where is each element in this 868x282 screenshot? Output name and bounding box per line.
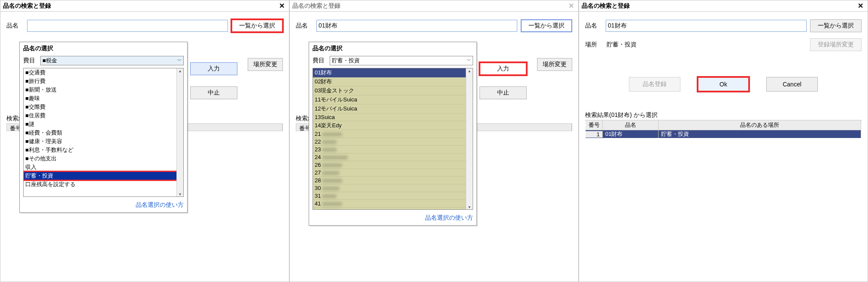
himoku-combo[interactable]: 貯蓄・投資 ﹀: [330, 56, 473, 65]
titlebar: 品名の検索と登録 ✕: [290, 0, 578, 12]
list-item[interactable]: 31 xxxxx: [313, 192, 473, 200]
input-button[interactable]: 入力: [480, 62, 527, 75]
select-name-popup: 品名の選択 費目 貯蓄・投資 ﹀ 01財布 02財布 03現金ストック 11モバ…: [309, 42, 477, 226]
popup-title: 品名の選択: [309, 42, 476, 56]
col-loc[interactable]: 品名のある場所: [659, 120, 861, 130]
label-hinmei: 品名: [585, 22, 602, 30]
himoku-listbox[interactable]: 01財布 02財布 03現金ストック 11モバイルSuica 12モバイルSui…: [313, 68, 473, 210]
cancel-button[interactable]: Cancel: [766, 77, 818, 92]
list-item[interactable]: ■新聞・放送: [24, 86, 183, 94]
ok-button[interactable]: Ok: [698, 77, 749, 92]
himoku-combo-value: 貯蓄・投資: [332, 57, 360, 64]
window-title: 品名の検索と登録: [292, 2, 340, 10]
titlebar: 品名の検索と登録 ✕: [0, 0, 289, 12]
list-item[interactable]: ■その他支出: [24, 154, 183, 163]
list-item[interactable]: 12モバイルSuica: [313, 104, 473, 113]
col-name[interactable]: 品名: [603, 120, 659, 130]
help-link[interactable]: 品名選択の使い方: [136, 201, 184, 208]
list-item[interactable]: 21 xxxxxxx: [313, 130, 473, 138]
himoku-listbox[interactable]: ■交通費 ■旅行費 ■新聞・放送 ■趣味 ■交際費 ■住居費 ■謎 ■経費・会費…: [23, 68, 184, 197]
cell-no: 1: [586, 131, 603, 138]
cancel-button[interactable]: 中止: [190, 86, 237, 99]
select-name-popup: 品名の選択 費目 ■税金 ﹀ ■交通費 ■旅行費 ■新聞・放送 ■趣味 ■交際費…: [19, 42, 188, 213]
scrollbar[interactable]: ▴▾: [176, 68, 183, 196]
list-item[interactable]: 30 xxxxxx: [313, 184, 473, 192]
close-icon[interactable]: ✕: [567, 3, 576, 9]
help-link[interactable]: 品名選択の使い方: [425, 214, 473, 221]
chevron-down-icon: ﹀: [177, 58, 182, 64]
list-item[interactable]: ■謎: [24, 120, 183, 129]
cell-name: 01財布: [603, 130, 659, 138]
panel-step3: 品名の検索と登録 ✕ 品名 一覧から選択 場所 貯蓄・投資 登録場所変更 品名登…: [579, 0, 868, 282]
label-hinmei: 品名: [6, 22, 24, 30]
chevron-down-icon: ﹀: [467, 58, 471, 64]
list-item[interactable]: 24 xxxxxxxxx: [313, 153, 473, 161]
titlebar: 品名の検索と登録 ✕: [579, 0, 868, 12]
select-from-list-button[interactable]: 一覧から選択: [810, 19, 862, 32]
list-item[interactable]: 口座残高を設定する: [24, 180, 183, 189]
list-item[interactable]: 22 xxxxx: [313, 138, 473, 146]
list-item[interactable]: ■経費・会費類: [24, 129, 183, 137]
list-item[interactable]: 27 xxxxxx: [313, 169, 473, 177]
list-item[interactable]: 23 xxxxx: [313, 146, 473, 153]
change-location-button: 登録場所変更: [810, 38, 862, 51]
label-basho: 場所: [585, 41, 602, 49]
list-item[interactable]: ■住居費: [24, 111, 183, 120]
himoku-label: 費目: [313, 57, 327, 64]
search-result-label: 検索結果(01財布) から選択: [585, 111, 658, 119]
label-hinmei: 品名: [296, 22, 313, 30]
change-location-button-peek[interactable]: 場所変更: [537, 58, 572, 71]
list-item-selected[interactable]: 01財布: [313, 68, 473, 77]
select-from-list-button[interactable]: 一覧から選択: [521, 19, 572, 32]
popup-title: 品名の選択: [20, 42, 187, 56]
hinmei-input[interactable]: [606, 20, 807, 32]
himoku-combo-value: ■税金: [42, 57, 57, 64]
list-item[interactable]: ■旅行費: [24, 77, 183, 86]
cell-loc: 貯蓄・投資: [659, 130, 861, 138]
register-button: 品名登録: [629, 77, 680, 92]
list-item[interactable]: 収入: [24, 163, 183, 172]
list-item[interactable]: 11モバイルSuica: [313, 95, 473, 104]
input-button[interactable]: 入力: [190, 62, 237, 75]
basho-value: 貯蓄・投資: [606, 41, 807, 49]
cancel-button[interactable]: 中止: [480, 86, 527, 99]
list-item[interactable]: ■交際費: [24, 103, 183, 111]
col-no[interactable]: 番号: [586, 120, 603, 130]
select-from-list-button[interactable]: 一覧から選択: [231, 19, 283, 32]
change-location-button-peek[interactable]: 場所変更: [248, 58, 283, 71]
close-icon[interactable]: ✕: [856, 3, 865, 9]
close-icon[interactable]: ✕: [277, 3, 286, 9]
list-item-selected[interactable]: 貯蓄・投資: [24, 172, 183, 180]
window-title: 品名の検索と登録: [3, 2, 51, 10]
list-item[interactable]: 03現金ストック: [313, 86, 473, 95]
list-item[interactable]: 28 xxxxxxx: [313, 177, 473, 184]
list-item[interactable]: 14楽天Edy: [313, 121, 473, 130]
list-item[interactable]: ■趣味: [24, 94, 183, 103]
himoku-combo[interactable]: ■税金 ﹀: [40, 56, 184, 65]
list-item[interactable]: 41 xxxxxxx: [313, 200, 473, 208]
scrollbar[interactable]: ▴▾: [466, 68, 473, 209]
list-item[interactable]: ■交通費: [24, 68, 183, 77]
hinmei-input[interactable]: [27, 20, 228, 32]
table-row[interactable]: 1 01財布 貯蓄・投資: [586, 130, 861, 138]
panel-step2: 品名の検索と登録 ✕ 品名 一覧から選択 場所変更 検索結 番号 入力 中止: [289, 0, 579, 282]
himoku-label: 費目: [23, 57, 38, 64]
list-item[interactable]: ■利息・手数料など: [24, 146, 183, 154]
panel-step1: 品名の検索と登録 ✕ 品名 一覧から選択 場所変更 検索結 番号 入力: [0, 0, 289, 282]
list-item[interactable]: 26 xxxxxxx: [313, 161, 473, 169]
hinmei-input[interactable]: [316, 20, 517, 32]
window-title: 品名の検索と登録: [582, 2, 630, 10]
list-item[interactable]: 13Suica: [313, 113, 473, 121]
list-item[interactable]: 02財布: [313, 77, 473, 86]
list-item[interactable]: 42 xxxxxx: [313, 208, 473, 210]
list-item[interactable]: ■健康・理美容: [24, 137, 183, 146]
